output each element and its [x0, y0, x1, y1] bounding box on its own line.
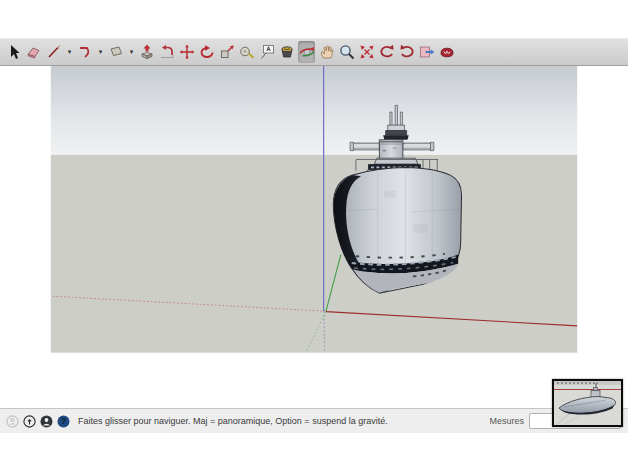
- thumbnail-tower-top: [594, 388, 598, 391]
- preview-thumbnail[interactable]: [552, 379, 623, 427]
- thumbnail-scene: [554, 381, 621, 425]
- window-top-margin: [0, 0, 628, 38]
- yardarm-left-cap: [350, 142, 353, 150]
- tower-stripe2: [380, 144, 402, 145]
- yardarm-left-shade: [352, 148, 379, 150]
- line-tool[interactable]: [45, 41, 62, 63]
- sky: [51, 66, 577, 155]
- line-dropdown-arrow[interactable]: ▾: [65, 41, 74, 63]
- text-tool[interactable]: [258, 41, 275, 63]
- window-bottom-margin: [0, 433, 628, 472]
- offset-tool[interactable]: [158, 41, 175, 63]
- main-toolbar: ▾▾▾: [0, 38, 628, 66]
- shapes-dropdown-arrow[interactable]: ▾: [127, 41, 136, 63]
- hull-plate: [384, 191, 396, 198]
- zoom-extents-tool[interactable]: [358, 41, 375, 63]
- tower-detail: [383, 150, 386, 152]
- antenna-middle: [395, 105, 397, 128]
- viewport-3d[interactable]: [0, 66, 628, 408]
- arc-dropdown-arrow[interactable]: ▾: [96, 41, 105, 63]
- next-view-tool[interactable]: [398, 41, 415, 63]
- measurements-label: Mesures: [489, 416, 524, 426]
- sketchup-window: ▾▾▾: [0, 0, 628, 472]
- previous-view-tool[interactable]: [378, 41, 395, 63]
- paint-bucket-tool[interactable]: [278, 41, 295, 63]
- rotate-tool[interactable]: [198, 41, 215, 63]
- move-tool[interactable]: [178, 41, 195, 63]
- svg-text:?: ?: [61, 416, 66, 426]
- geolocation-status-icon[interactable]: [6, 415, 19, 428]
- scene-canvas: [0, 66, 628, 408]
- yardarm-right-cap: [431, 142, 434, 150]
- push-pull-tool[interactable]: [138, 41, 155, 63]
- shapes-tool[interactable]: [107, 41, 124, 63]
- status-message: Faites glisser pour naviguer. Maj = pano…: [78, 416, 489, 426]
- eraser-tool[interactable]: [25, 41, 42, 63]
- hull-plate2: [413, 224, 428, 232]
- orbit-tool[interactable]: [298, 41, 315, 63]
- account-status-icon[interactable]: [40, 415, 53, 428]
- antenna-base: [388, 125, 405, 131]
- zoom-tool[interactable]: [338, 41, 355, 63]
- tower-detail2: [393, 147, 397, 149]
- tower-stripe: [380, 141, 402, 143]
- scale-tool[interactable]: [218, 41, 235, 63]
- arc-tool[interactable]: [76, 41, 93, 63]
- attribution-status-icon[interactable]: [23, 415, 36, 428]
- select-tool[interactable]: [5, 41, 22, 63]
- yardarm-right-shade: [403, 148, 431, 150]
- send-to-layout-tool[interactable]: [418, 41, 435, 63]
- pan-tool[interactable]: [318, 41, 335, 63]
- help-status-icon[interactable]: ?: [57, 415, 70, 428]
- warehouse-tool[interactable]: [438, 41, 455, 63]
- mast-cap-lower: [383, 135, 409, 140]
- ground: [51, 155, 577, 353]
- status-bar: ? Faites glisser pour naviguer. Maj = pa…: [0, 408, 628, 433]
- tower-flare: [374, 158, 418, 164]
- status-icons: ?: [6, 415, 74, 428]
- tape-measure-tool[interactable]: [238, 41, 255, 63]
- mast-cap-upper: [386, 131, 407, 136]
